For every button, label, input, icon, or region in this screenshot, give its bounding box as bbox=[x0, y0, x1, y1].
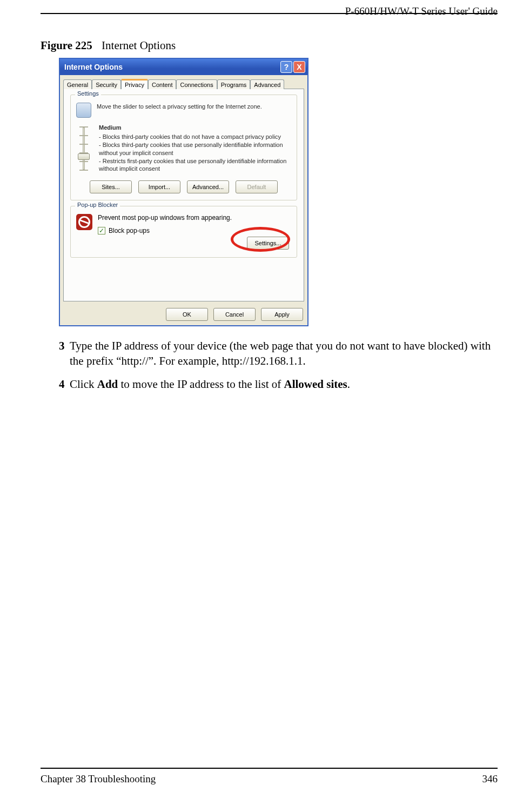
internet-options-dialog: Internet Options ? X General Security Pr… bbox=[59, 58, 308, 326]
tab-privacy[interactable]: Privacy bbox=[121, 79, 148, 89]
privacy-level-desc: - Blocks third-party cookies that do not… bbox=[99, 133, 291, 173]
settings-group: Settings Move the slider to select a pri… bbox=[70, 95, 297, 200]
footer-chapter: Chapter 38 Troubleshooting bbox=[41, 773, 156, 785]
block-popups-checkbox[interactable]: ✓ bbox=[98, 227, 105, 234]
popup-description: Prevent most pop-up windows from appeari… bbox=[98, 214, 291, 222]
step-3-text: Type the IP address of your device (the … bbox=[70, 338, 498, 369]
apply-button[interactable]: Apply bbox=[261, 308, 303, 321]
titlebar[interactable]: Internet Options ? X bbox=[60, 59, 307, 75]
cancel-button[interactable]: Cancel bbox=[213, 308, 256, 321]
step-4-bold-add: Add bbox=[97, 378, 118, 391]
close-icon[interactable]: X bbox=[293, 61, 305, 73]
popup-settings-button[interactable]: Settings... bbox=[247, 237, 289, 250]
figure-title: Internet Options bbox=[102, 39, 176, 52]
popup-blocker-group: Pop-up Blocker Prevent most pop-up windo… bbox=[70, 206, 297, 258]
settings-description: Move the slider to select a privacy sett… bbox=[97, 103, 262, 118]
block-popups-icon bbox=[76, 214, 92, 230]
step-4: 4 Click Add to move the IP address to th… bbox=[59, 377, 498, 392]
tab-programs[interactable]: Programs bbox=[217, 79, 251, 89]
step-4-mid: to move the IP address to the list of bbox=[118, 378, 284, 391]
figure-number: Figure 225 bbox=[41, 39, 92, 52]
step-3: 3 Type the IP address of your device (th… bbox=[59, 338, 498, 369]
step-4-text: Click Add to move the IP address to the … bbox=[70, 377, 498, 392]
settings-legend: Settings bbox=[75, 90, 101, 97]
tab-panel-privacy: Settings Move the slider to select a pri… bbox=[63, 89, 304, 301]
tab-security[interactable]: Security bbox=[92, 79, 121, 89]
dialog-footer-buttons: OK Cancel Apply bbox=[60, 305, 307, 325]
privacy-slider[interactable] bbox=[76, 124, 91, 173]
window-title: Internet Options bbox=[64, 63, 279, 71]
block-popups-label: Block pop-ups bbox=[109, 227, 150, 234]
tab-content[interactable]: Content bbox=[148, 79, 177, 89]
figure-caption: Figure 225 Internet Options bbox=[41, 39, 498, 52]
tab-connections[interactable]: Connections bbox=[176, 79, 217, 89]
tab-advanced[interactable]: Advanced bbox=[250, 79, 284, 89]
sites-button[interactable]: Sites... bbox=[90, 180, 132, 193]
step-4-pre: Click bbox=[70, 378, 97, 391]
step-4-bold-allowed: Allowed sites bbox=[284, 378, 347, 391]
doc-header: P-660H/HW/W-T Series User' Guide bbox=[345, 5, 498, 17]
step-4-number: 4 bbox=[59, 377, 70, 392]
popup-legend: Pop-up Blocker bbox=[75, 202, 120, 208]
default-button: Default bbox=[236, 180, 278, 193]
bottom-rule bbox=[41, 768, 498, 769]
slider-thumb-icon[interactable] bbox=[78, 153, 90, 160]
step-3-number: 3 bbox=[59, 338, 70, 369]
ok-button[interactable]: OK bbox=[166, 308, 208, 321]
tab-general[interactable]: General bbox=[63, 79, 92, 89]
privacy-globe-icon bbox=[76, 103, 91, 118]
help-icon[interactable]: ? bbox=[280, 61, 292, 73]
import-button[interactable]: Import... bbox=[138, 180, 180, 193]
footer-page-number: 346 bbox=[482, 773, 498, 785]
tab-row: General Security Privacy Content Connect… bbox=[60, 75, 307, 89]
step-4-post: . bbox=[347, 378, 350, 391]
privacy-level-name: Medium bbox=[99, 124, 291, 131]
advanced-button[interactable]: Advanced... bbox=[187, 180, 229, 193]
